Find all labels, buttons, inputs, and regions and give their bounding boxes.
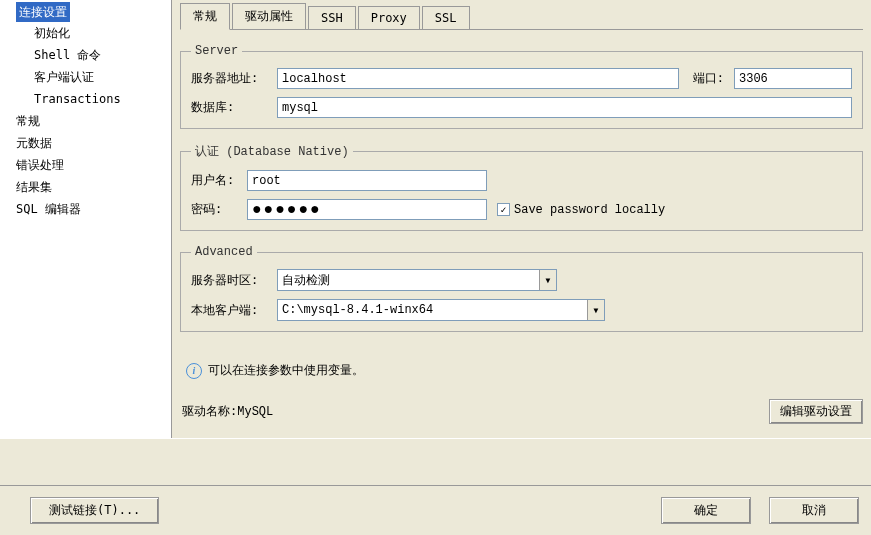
test-connection-button[interactable]: 测试链接(T)...	[30, 497, 159, 524]
main-panel: 常规 驱动属性 SSH Proxy SSL Server 服务器地址: 端口: …	[172, 0, 871, 438]
driver-row: 驱动名称: MySQL 编辑驱动设置	[180, 399, 863, 424]
host-label: 服务器地址:	[191, 70, 277, 87]
tab-ssh[interactable]: SSH	[308, 6, 356, 29]
client-combo-value: C:\mysql-8.4.1-winx64	[278, 301, 587, 319]
advanced-fieldset: Advanced 服务器时区: 自动检测 ▼ 本地客户端: C:\mysql-8…	[180, 245, 863, 332]
tabs: 常规 驱动属性 SSH Proxy SSL	[180, 4, 863, 30]
ok-button[interactable]: 确定	[661, 497, 751, 524]
sidebar-item-transactions[interactable]: Transactions	[0, 88, 171, 110]
sidebar-item-connection-settings[interactable]: 连接设置	[16, 2, 70, 22]
pass-label: 密码:	[191, 201, 247, 218]
info-text: 可以在连接参数中使用变量。	[208, 362, 364, 379]
separator	[0, 438, 871, 484]
checkbox-icon: ✓	[497, 203, 510, 216]
sidebar-item-sql-editor[interactable]: SQL 编辑器	[0, 198, 171, 220]
tz-label: 服务器时区:	[191, 272, 277, 289]
tz-combo-value: 自动检测	[278, 270, 539, 291]
sidebar-item-error-handling[interactable]: 错误处理	[0, 154, 171, 176]
sidebar-item-metadata[interactable]: 元数据	[0, 132, 171, 154]
tab-general[interactable]: 常规	[180, 3, 230, 30]
user-label: 用户名:	[191, 172, 247, 189]
chevron-down-icon: ▼	[539, 270, 556, 290]
sidebar-item-shell[interactable]: Shell 命令	[0, 44, 171, 66]
edit-driver-button[interactable]: 编辑驱动设置	[769, 399, 863, 424]
tab-driver-props[interactable]: 驱动属性	[232, 3, 306, 29]
client-label: 本地客户端:	[191, 302, 277, 319]
driver-label: 驱动名称:	[182, 403, 237, 420]
tz-combo[interactable]: 自动检测 ▼	[277, 269, 557, 291]
db-input[interactable]	[277, 97, 852, 118]
user-input[interactable]	[247, 170, 487, 191]
driver-value: MySQL	[237, 405, 273, 419]
sidebar: 连接设置 初始化 Shell 命令 客户端认证 Transactions 常规 …	[0, 0, 172, 438]
bottom-bar: 测试链接(T)... 确定 取消	[0, 485, 871, 535]
server-legend: Server	[191, 44, 242, 58]
pass-input[interactable]	[247, 199, 487, 220]
server-fieldset: Server 服务器地址: 端口: 数据库:	[180, 44, 863, 129]
client-combo[interactable]: C:\mysql-8.4.1-winx64 ▼	[277, 299, 605, 321]
sidebar-item-general[interactable]: 常规	[0, 110, 171, 132]
port-input[interactable]	[734, 68, 852, 89]
advanced-legend: Advanced	[191, 245, 257, 259]
tab-proxy[interactable]: Proxy	[358, 6, 420, 29]
host-input[interactable]	[277, 68, 679, 89]
tab-ssl[interactable]: SSL	[422, 6, 470, 29]
auth-fieldset: 认证 (Database Native) 用户名: 密码: ✓ Save pas…	[180, 143, 863, 231]
save-password-checkbox[interactable]: ✓ Save password locally	[497, 203, 665, 217]
port-label: 端口:	[693, 70, 728, 87]
sidebar-item-init[interactable]: 初始化	[0, 22, 171, 44]
chevron-down-icon: ▼	[587, 300, 604, 320]
sidebar-item-result-sets[interactable]: 结果集	[0, 176, 171, 198]
cancel-button[interactable]: 取消	[769, 497, 859, 524]
info-row: i 可以在连接参数中使用变量。	[180, 362, 863, 379]
auth-legend: 认证 (Database Native)	[191, 143, 353, 160]
save-password-label: Save password locally	[514, 203, 665, 217]
sidebar-item-client-auth[interactable]: 客户端认证	[0, 66, 171, 88]
db-label: 数据库:	[191, 99, 277, 116]
info-icon: i	[186, 363, 202, 379]
